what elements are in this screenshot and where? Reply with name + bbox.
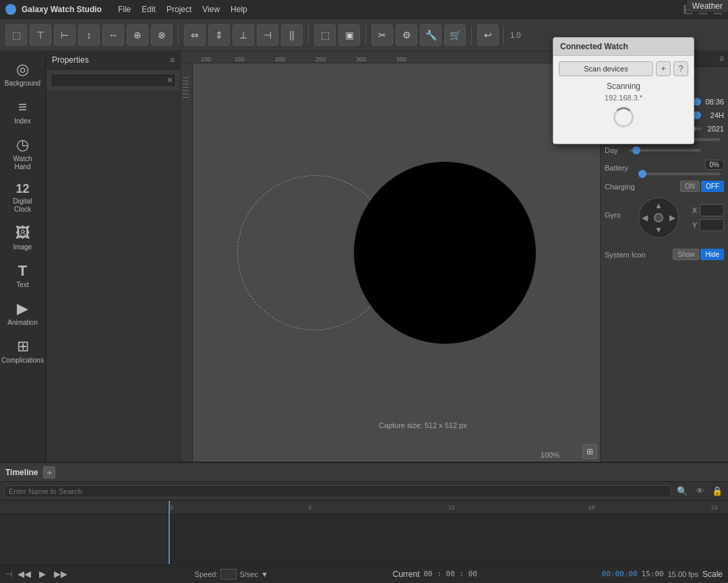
gyro-down-arrow[interactable]: ▼ [655,225,663,235]
time-range-section: 00:00:00 15:00 15.00 fps Scale [602,570,723,579]
system-icon-hide-button[interactable]: Hide [700,249,724,260]
toolbar-separator-3 [365,26,366,44]
properties-close-icon[interactable]: ✕ [166,75,173,85]
run-panel-content: 08:36 24H 2021 [601,94,728,462]
sidebar-item-image[interactable]: 🖼 Image [3,220,43,255]
dialog-toolbar: Scan devices + ? [559,61,688,76]
timeline-play-button[interactable]: ▶ [36,569,49,579]
timeline-playhead[interactable] [169,501,170,564]
gyro-up-arrow[interactable]: ▲ [655,201,663,210]
toolbar-btn-5[interactable]: ↔ [102,24,124,46]
zoom-fit-button[interactable]: ⊞ [582,444,597,459]
dialog-help-button[interactable]: ? [673,61,688,76]
properties-search-container: ✕ [51,73,176,87]
canvas-container[interactable]: Capture size: 512 x 512 px [193,63,600,441]
run-menu-icon[interactable]: ≡ [719,54,724,63]
weather-label: Weather [686,0,728,13]
gyro-section: ▲ ▼ ◀ ▶ X 0 Y 0 [629,197,724,238]
battery-slider[interactable] [638,173,720,175]
toolbar-btn-6[interactable]: ⊕ [127,24,148,46]
sidebar-item-background[interactable]: ◎ Background [3,57,43,92]
timeline-bottom-icon-1[interactable]: ⊣ [5,570,12,579]
menu-edit[interactable]: Edit [142,5,156,14]
toolbar-btn-8[interactable]: ⇔ [184,24,206,46]
timeline-left-panel [0,501,169,564]
gyro-center[interactable] [654,213,663,222]
ruler-mark-150: 150 [235,56,245,63]
watch-hand-icon: ◷ [16,136,29,154]
sidebar-item-digital-clock[interactable]: 12 Digital Clock [3,178,43,218]
toolbar-btn-13[interactable]: ⬚ [314,24,336,46]
sidebar-item-animation[interactable]: ▶ Animation [3,296,43,331]
speed-dropdown-icon[interactable]: ▼ [261,570,268,578]
toolbar-btn-14[interactable]: ▣ [338,24,360,46]
toolbar-btn-10[interactable]: ⊥ [233,24,254,46]
dialog-body: Scan devices + ? Scanning 192.168.3.* [553,56,694,144]
timeline-prev-button[interactable]: ◀◀ [15,569,34,579]
sidebar-item-watch-hand[interactable]: ◷ Watch Hand [3,132,43,175]
charging-on-button[interactable]: ON [680,181,700,192]
ruler-mark-24: 24 [711,504,718,511]
timeline: Timeline + 🔍 👁 🔒 0 6 12 18 24 [0,462,728,583]
properties-menu-icon[interactable]: ≡ [170,55,175,65]
toolbar-separator-2 [308,26,309,44]
battery-value: 0% [705,160,724,170]
gyro-y-input[interactable]: 0 [700,219,724,231]
toolbar-btn-15[interactable]: ✂ [371,24,393,46]
format-value: 24H [705,111,724,119]
scan-devices-button[interactable]: Scan devices [559,61,653,76]
timeline-search-input[interactable] [4,485,671,497]
toolbar-btn-4[interactable]: ↕ [78,24,100,46]
gyro-left-arrow[interactable]: ◀ [642,213,648,222]
ruler-left-marks: | | | | | | | [182,77,189,98]
speed-input[interactable]: 1 [220,569,237,580]
dialog-add-button[interactable]: + [656,61,671,76]
zoom-indicator: 100% [541,451,559,459]
properties-search-input[interactable] [51,73,176,87]
day-slider[interactable] [629,149,701,152]
timeline-lock-icon[interactable]: 🔒 [710,485,724,498]
sidebar-item-watch-hand-label: Watch Hand [5,155,40,171]
sidebar-item-complications[interactable]: ⊞ Complications [3,334,43,369]
timeline-visibility-icon[interactable]: 👁 [693,485,706,498]
toolbar-btn-1[interactable]: ⬚ [5,24,27,46]
fps-display: 15.00 fps [668,570,698,578]
system-icon-show-button[interactable]: Show [673,249,699,260]
toolbar-btn-19[interactable]: ↩ [477,24,499,46]
toolbar-btn-3[interactable]: ⊢ [54,24,75,46]
gyro-x-input[interactable]: 0 [700,204,724,216]
toolbar-btn-9[interactable]: ⇕ [208,24,230,46]
charging-off-button[interactable]: OFF [701,181,724,192]
timeline-search-icon[interactable]: 🔍 [675,485,689,498]
menu-help[interactable]: Help [231,5,247,14]
toolbar-btn-17[interactable]: 🔧 [420,24,442,46]
battery-slider-handle[interactable] [638,170,646,178]
gyro-right-arrow[interactable]: ▶ [669,213,675,222]
menu-view[interactable]: View [202,5,220,14]
ruler-angle: 100 [201,56,211,63]
toolbar-btn-7[interactable]: ⊗ [151,24,173,46]
menu-file[interactable]: File [118,5,131,14]
app-title: Galaxy Watch Studio [22,5,102,14]
timeline-add-button[interactable]: + [43,466,55,479]
timeline-left-ruler [0,501,168,514]
timeline-next-button[interactable]: ▶▶ [51,569,70,579]
scanning-spinner [613,107,634,127]
sidebar-item-digital-clock-label: Digital Clock [5,197,40,214]
toolbar-btn-11[interactable]: ⊣ [257,24,278,46]
menu-project[interactable]: Project [166,5,191,14]
complications-icon: ⊞ [17,338,29,355]
sidebar-item-text[interactable]: T Text [3,258,43,293]
toolbar-btn-12[interactable]: || [281,24,303,46]
ruler-mark-0: 0 [170,504,173,511]
toolbar-btn-16[interactable]: ⚙ [396,24,417,46]
timeline-right-panel[interactable]: 0 6 12 18 24 [169,501,728,564]
system-icon-toggle: Show Hide [673,249,724,260]
toolbar-btn-2[interactable]: ⊤ [30,24,51,46]
ruler-angle-label: 350 [396,56,406,63]
day-slider-handle[interactable] [632,146,640,154]
gyro-pad[interactable]: ▲ ▼ ◀ ▶ [638,197,679,238]
toolbar-btn-18[interactable]: 🛒 [444,24,466,46]
sidebar-item-index[interactable]: ≡ Index [3,94,43,129]
titlebar: Galaxy Watch Studio File Edit Project Vi… [0,0,728,19]
